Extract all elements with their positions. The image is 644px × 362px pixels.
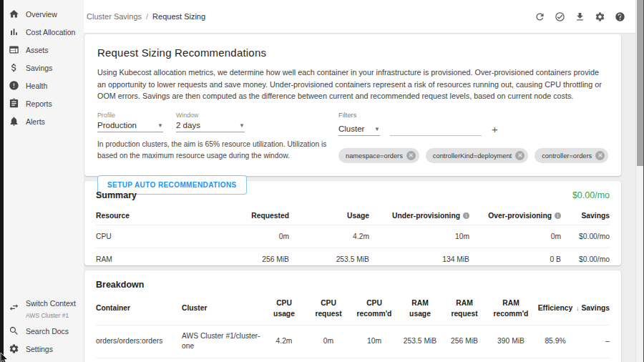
window-select[interactable]: Window 2 days ▼ bbox=[176, 112, 245, 132]
sidebar-item-reports[interactable]: Reports bbox=[4, 94, 84, 112]
filter-chip[interactable]: controller=orders ✕ bbox=[535, 148, 608, 163]
search-icon bbox=[9, 326, 19, 336]
sidebar-item-search-docs[interactable]: Search Docs bbox=[4, 322, 84, 340]
summary-row-cpu: CPU 0m 4.2m 10m 0m $0.00/mo bbox=[96, 225, 610, 248]
sidebar-nav-list: Overview Cost Allocation Assets Savings … bbox=[4, 0, 84, 130]
profile-select-value: Production bbox=[97, 121, 137, 129]
sidebar-item-label: Assets bbox=[26, 46, 49, 54]
sidebar-item-health[interactable]: Health bbox=[4, 77, 84, 94]
sidebar-item-label: Health bbox=[26, 82, 47, 90]
dollar-icon bbox=[9, 62, 19, 73]
breakdown-col-cpu-usage[interactable]: CPUusage bbox=[262, 294, 306, 325]
usage-cell: 253.5 MiB bbox=[289, 248, 369, 266]
clipboard-icon bbox=[9, 98, 19, 109]
profile-window-controls: Profile Production ▼ Window 2 days ▼ bbox=[97, 112, 328, 195]
help-icon[interactable] bbox=[615, 11, 625, 22]
filters-section: Filters Cluster ▼ + namespa bbox=[338, 112, 608, 195]
sidebar-item-switch-context[interactable]: Switch Context AWS Cluster #1 bbox=[4, 296, 84, 322]
breadcrumb-parent[interactable]: Cluster Savings bbox=[87, 12, 142, 21]
main-area: Cluster Savings / Request Sizing Request… bbox=[84, 0, 635, 362]
sidebar-item-settings[interactable]: Settings bbox=[4, 340, 84, 358]
breadcrumb: Cluster Savings / Request Sizing bbox=[87, 12, 205, 21]
ram-usage-cell: 253.5 MiB bbox=[398, 325, 442, 358]
filter-chip-label: controller=orders bbox=[542, 152, 592, 160]
topbar-actions bbox=[535, 11, 625, 22]
breakdown-col-efficiency[interactable]: Efficiency bbox=[535, 294, 575, 325]
assets-grid-icon bbox=[9, 44, 19, 55]
over-provisioning-cell: 0m bbox=[469, 225, 561, 248]
sidebar-item-assets[interactable]: Assets bbox=[4, 41, 84, 59]
page-title: Request Sizing Recommendations bbox=[97, 47, 608, 59]
resource-cell: RAM bbox=[96, 248, 203, 266]
sidebar-item-label: Alerts bbox=[26, 117, 45, 126]
cpu-request-cell: 0m bbox=[306, 325, 351, 358]
summary-col-resource: Resource bbox=[96, 206, 203, 225]
breakdown-header-row: Container Cluster CPUusage CPUrequest CP… bbox=[96, 294, 610, 325]
filter-chip-label: controllerKind=deployment bbox=[433, 152, 512, 160]
close-icon[interactable]: ✕ bbox=[406, 151, 416, 160]
swap-arrows-icon bbox=[9, 302, 19, 313]
summary-header-row: Resource Requested Usage Under-provision… bbox=[96, 206, 610, 225]
over-provisioning-cell: 0 B bbox=[469, 248, 561, 266]
close-icon[interactable]: ✕ bbox=[595, 151, 605, 160]
breakdown-col-ram-recommd[interactable]: RAMrecomm'd bbox=[487, 294, 535, 325]
filter-chip[interactable]: controllerKind=deployment ✕ bbox=[426, 148, 528, 163]
sidebar-item-alerts[interactable]: Alerts bbox=[4, 112, 84, 130]
check-circle-icon[interactable] bbox=[555, 11, 565, 22]
total-savings-value: $0.00/mo bbox=[572, 190, 610, 200]
page-description: Using Kubecost allocation metrics, we de… bbox=[97, 67, 607, 102]
chevron-down-icon: ▼ bbox=[239, 122, 245, 129]
breakdown-col-ram-request[interactable]: RAMrequest bbox=[442, 294, 487, 325]
breakdown-col-cpu-recommd[interactable]: CPUrecomm'd bbox=[351, 294, 398, 325]
cpu-usage-cell: 4.2m bbox=[262, 325, 306, 358]
summary-col-over-provisioning: Over-provisioningi bbox=[469, 206, 561, 225]
breakdown-col-savings[interactable]: ↓Savings bbox=[575, 294, 610, 325]
sidebar-item-label: Cost Allocation bbox=[26, 28, 75, 36]
breakdown-col-cluster[interactable]: Cluster bbox=[182, 294, 262, 325]
filter-field-value: Cluster bbox=[338, 124, 364, 133]
breakdown-col-cpu-request[interactable]: CPUrequest bbox=[306, 294, 351, 325]
chevron-down-icon: ▼ bbox=[374, 126, 380, 132]
breakdown-col-container[interactable]: Container bbox=[96, 294, 182, 325]
sidebar-item-overview[interactable]: Overview bbox=[4, 5, 84, 23]
breakdown-table: Container Cluster CPUusage CPUrequest CP… bbox=[96, 294, 610, 358]
home-icon bbox=[9, 9, 19, 19]
breakdown-row[interactable]: orders/orders:orders AWS Cluster #1/clus… bbox=[96, 325, 610, 358]
window-select-label: Window bbox=[176, 112, 245, 119]
under-provisioning-cell: 10m bbox=[369, 225, 469, 248]
savings-cell: – bbox=[575, 325, 610, 358]
info-icon[interactable]: i bbox=[555, 212, 561, 219]
cpu-recommd-cell: 10m bbox=[351, 325, 398, 358]
sidebar-bottom: Switch Context AWS Cluster #1 Search Doc… bbox=[4, 296, 84, 362]
add-filter-button[interactable]: + bbox=[492, 124, 498, 136]
savings-cell: $0.00/mo bbox=[561, 225, 610, 248]
page-content: Request Sizing Recommendations Using Kub… bbox=[84, 34, 635, 362]
summary-col-under-provisioning: Under-provisioningi bbox=[369, 206, 469, 225]
search-docs-label: Search Docs bbox=[26, 327, 69, 336]
chevron-down-icon: ▼ bbox=[157, 122, 163, 129]
profile-helper-text: In production clusters, the aim is 65% r… bbox=[97, 139, 328, 161]
filter-chip[interactable]: namespace=orders ✕ bbox=[338, 148, 419, 163]
download-icon[interactable] bbox=[575, 11, 585, 22]
sidebar-item-cost-allocation[interactable]: Cost Allocation bbox=[4, 23, 84, 41]
container-cell: orders/orders:orders bbox=[96, 325, 182, 358]
breakdown-col-ram-usage[interactable]: RAMusage bbox=[398, 294, 442, 325]
mouse-cursor bbox=[0, 353, 10, 362]
sort-desc-icon: ↓ bbox=[576, 305, 580, 312]
usage-cell: 4.2m bbox=[289, 225, 369, 248]
sidebar-item-label: Savings bbox=[26, 64, 52, 72]
profile-select[interactable]: Profile Production ▼ bbox=[97, 112, 163, 132]
filter-field-select[interactable]: Cluster ▼ bbox=[338, 124, 380, 136]
gear-icon[interactable] bbox=[595, 11, 605, 22]
sidebar-item-savings[interactable]: Savings bbox=[4, 59, 84, 77]
filter-value-input[interactable] bbox=[390, 123, 482, 136]
cluster-cell: AWS Cluster #1/cluster-one bbox=[182, 325, 262, 358]
window-select-value: 2 days bbox=[176, 121, 200, 129]
close-icon[interactable]: ✕ bbox=[515, 151, 525, 160]
sidebar-item-label: Overview bbox=[26, 10, 57, 19]
refresh-icon[interactable] bbox=[535, 11, 545, 22]
request-sizing-card: Request Sizing Recommendations Using Kub… bbox=[84, 34, 621, 176]
info-icon[interactable]: i bbox=[463, 212, 469, 219]
resource-cell: CPU bbox=[96, 225, 203, 248]
sidebar-item-label: Reports bbox=[26, 99, 52, 108]
